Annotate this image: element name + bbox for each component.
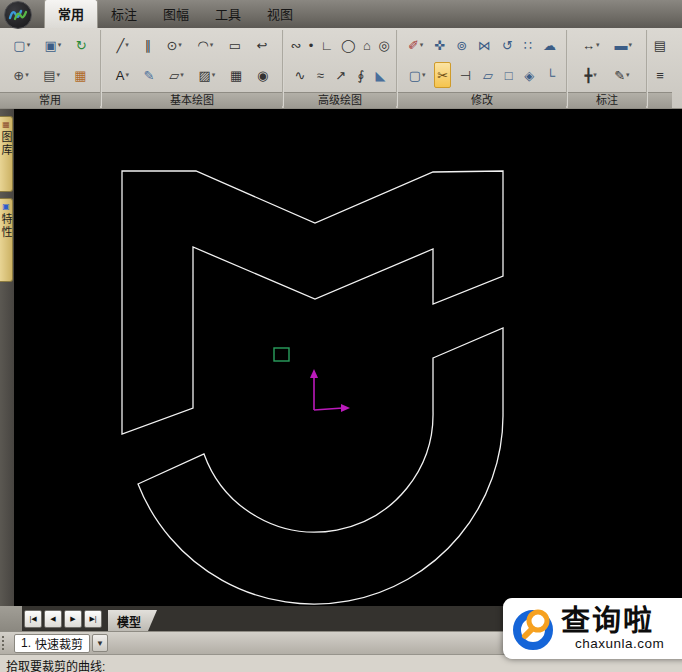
cloud-icon[interactable]: ☁ bbox=[540, 32, 559, 58]
erase-icon[interactable]: ✐▾ bbox=[405, 32, 426, 58]
region-icon[interactable]: ◉ bbox=[254, 62, 271, 88]
ribbon-group-标注: ↔▾▬▾╋▾✎▾标注 bbox=[568, 28, 646, 108]
menu-tab-常用[interactable]: 常用 bbox=[44, 0, 98, 28]
dimension-icon-glyph: ↔ bbox=[582, 39, 595, 52]
rectangle-icon[interactable]: ▭ bbox=[226, 32, 244, 58]
trim-icon[interactable]: ✂ bbox=[434, 62, 451, 88]
dim-style-icon-dropdown[interactable]: ▾ bbox=[628, 41, 632, 49]
properties-icon: ▣ bbox=[2, 202, 10, 211]
drawing-svg bbox=[14, 109, 682, 606]
erase-icon-dropdown[interactable]: ▾ bbox=[420, 41, 424, 49]
menu-tab-标注[interactable]: 标注 bbox=[98, 0, 150, 28]
solid-icon[interactable]: ◣ bbox=[373, 62, 389, 88]
point-icon[interactable]: • bbox=[306, 32, 317, 58]
command-bar-grip[interactable] bbox=[2, 636, 9, 650]
prev-sheet-button[interactable]: ◀ bbox=[44, 610, 62, 628]
zoom-icon-glyph: ⊕ bbox=[13, 69, 24, 82]
app-logo-icon[interactable] bbox=[4, 1, 32, 29]
zoom-icon-dropdown[interactable]: ▾ bbox=[25, 71, 29, 79]
array-icon[interactable]: ∷ bbox=[521, 32, 535, 58]
preview-icon-glyph: ▤ bbox=[43, 69, 55, 82]
select-icon[interactable]: ▢▾ bbox=[406, 62, 429, 88]
arrow-icon[interactable]: ↗ bbox=[332, 62, 349, 88]
polygon-icon[interactable]: ⌂ bbox=[360, 32, 374, 58]
copy2-icon[interactable]: ⊚ bbox=[453, 32, 470, 58]
menu-tab-工具[interactable]: 工具 bbox=[202, 0, 254, 28]
copy-icon[interactable]: ▢▾ bbox=[10, 32, 33, 58]
dim-edit-icon[interactable]: ✎▾ bbox=[611, 62, 632, 88]
text-icon[interactable]: A▾ bbox=[113, 62, 132, 88]
zoom-icon[interactable]: ⊕▾ bbox=[10, 62, 31, 88]
parallel-icon[interactable]: ∥ bbox=[141, 32, 154, 58]
dimension-icon-dropdown[interactable]: ▾ bbox=[596, 41, 600, 49]
drawing-canvas[interactable] bbox=[14, 109, 682, 606]
contour-icon[interactable]: ∮ bbox=[354, 62, 367, 88]
side-tab-特性[interactable]: ▣特性 bbox=[0, 198, 13, 282]
mirror-icon[interactable]: ⋈ bbox=[475, 32, 494, 58]
dimension-icon[interactable]: ↔▾ bbox=[579, 32, 603, 58]
extend-icon[interactable]: ⊣ bbox=[457, 62, 474, 88]
command-input[interactable]: 1. 快速裁剪 bbox=[14, 634, 90, 653]
last-sheet-button[interactable]: ▶| bbox=[84, 610, 102, 628]
revolve-icon[interactable]: ◎ bbox=[375, 32, 392, 58]
move-icon[interactable]: ✜ bbox=[431, 32, 448, 58]
paste-icon[interactable]: ▣▾ bbox=[42, 32, 65, 58]
menu-tab-图幅[interactable]: 图幅 bbox=[150, 0, 202, 28]
refresh-icon[interactable]: ↻ bbox=[73, 32, 90, 58]
circle-icon[interactable]: ⊙▾ bbox=[163, 32, 184, 58]
arc-icon[interactable]: ◠▾ bbox=[194, 32, 216, 58]
ellipse2-icon[interactable]: ◯ bbox=[338, 32, 359, 58]
ribbon-toolbar: ▢▾▣▾↻⊕▾▤▾▦常用╱▾∥⊙▾◠▾▭↩A▾✎▱▾▨▾▦◉基本绘图∾•∟◯⌂◎… bbox=[0, 28, 682, 109]
menu-icon-glyph: ≡ bbox=[656, 69, 664, 82]
polyline-icon[interactable]: ↩ bbox=[254, 32, 271, 58]
explode-icon-glyph: ◈ bbox=[524, 69, 534, 82]
hatch-icon[interactable]: ▨▾ bbox=[195, 62, 218, 88]
sheet-nav-buttons: |◀◀▶▶| bbox=[22, 610, 102, 628]
coordinate-icon-dropdown[interactable]: ▾ bbox=[593, 71, 597, 79]
menu-icon[interactable]: ≡ bbox=[653, 62, 667, 88]
hatch-icon-dropdown[interactable]: ▾ bbox=[212, 71, 216, 79]
ellipse-icon-glyph: ▱ bbox=[169, 69, 179, 82]
side-tab-图库[interactable]: ▦图库 bbox=[0, 116, 13, 192]
select-icon-dropdown[interactable]: ▾ bbox=[422, 71, 426, 79]
explode-icon[interactable]: ◈ bbox=[521, 62, 537, 88]
rotate-icon[interactable]: ↺ bbox=[499, 32, 516, 58]
command-dropdown-button[interactable]: ▼ bbox=[92, 634, 108, 652]
side-tab-label-图库: 图库 bbox=[0, 131, 14, 157]
preview-icon[interactable]: ▤▾ bbox=[40, 62, 63, 88]
line-icon-dropdown[interactable]: ▾ bbox=[125, 41, 129, 49]
app-logo-swirl bbox=[7, 4, 29, 26]
group-label-高级绘图: 高级绘图 bbox=[284, 92, 396, 108]
model-tab[interactable]: 模型 bbox=[108, 610, 157, 631]
stretch-icon[interactable]: ▱ bbox=[480, 62, 496, 88]
circle-icon-dropdown[interactable]: ▾ bbox=[178, 41, 182, 49]
arc-icon-dropdown[interactable]: ▾ bbox=[210, 41, 214, 49]
preview-icon-dropdown[interactable]: ▾ bbox=[56, 71, 60, 79]
menu-tab-视图[interactable]: 视图 bbox=[254, 0, 306, 28]
ellipse-icon[interactable]: ▱▾ bbox=[166, 62, 187, 88]
sketch-icon[interactable]: ✎ bbox=[141, 62, 158, 88]
angle-line-icon[interactable]: ∟ bbox=[318, 32, 337, 58]
text-icon-dropdown[interactable]: ▾ bbox=[125, 71, 129, 79]
zigzag-icon[interactable]: ≈ bbox=[314, 62, 327, 88]
coordinate-icon[interactable]: ╋▾ bbox=[581, 62, 599, 88]
parallel-icon-glyph: ∥ bbox=[144, 39, 151, 52]
next-sheet-button[interactable]: ▶ bbox=[64, 610, 82, 628]
offset-icon[interactable]: □ bbox=[502, 62, 516, 88]
sheet-icon[interactable]: ▤ bbox=[651, 32, 669, 58]
first-sheet-button[interactable]: |◀ bbox=[24, 610, 42, 628]
ellipse-icon-dropdown[interactable]: ▾ bbox=[180, 71, 184, 79]
revolve-icon-glyph: ◎ bbox=[378, 39, 389, 52]
dim-edit-icon-dropdown[interactable]: ▾ bbox=[626, 71, 630, 79]
text-icon-glyph: A bbox=[116, 69, 125, 82]
grid-icon[interactable]: ▦ bbox=[227, 62, 245, 88]
line-icon[interactable]: ╱▾ bbox=[114, 32, 132, 58]
display-icon[interactable]: ▦ bbox=[71, 62, 89, 88]
watermark: 查询啦 chaxunla.com bbox=[503, 598, 682, 659]
dim-style-icon[interactable]: ▬▾ bbox=[611, 32, 635, 58]
paste-icon-dropdown[interactable]: ▾ bbox=[58, 41, 62, 49]
copy-icon-dropdown[interactable]: ▾ bbox=[27, 41, 31, 49]
fillet-icon[interactable]: └ bbox=[543, 62, 558, 88]
wave-icon[interactable]: ∿ bbox=[291, 62, 308, 88]
curve-icon[interactable]: ∾ bbox=[287, 32, 304, 58]
